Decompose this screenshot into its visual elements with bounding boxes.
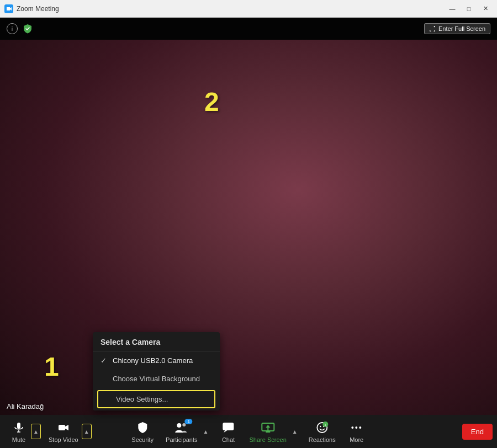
camera-option-virtual-bg-label: Choose Virtual Background [113, 375, 200, 383]
end-button[interactable]: End [462, 424, 493, 440]
security-icon-wrap [135, 420, 150, 435]
camera-menu: Select a Camera ✓ Chicony USB2.0 Camera … [93, 332, 220, 410]
svg-point-8 [177, 423, 182, 428]
svg-point-17 [320, 426, 321, 427]
top-overlay-left: i [7, 23, 33, 34]
zoom-icon [4, 4, 13, 13]
share-screen-icon-wrap [260, 420, 276, 435]
chat-icon [222, 422, 235, 434]
security-button[interactable]: Security [126, 418, 159, 445]
svg-marker-1 [7, 7, 10, 10]
fullscreen-label: Enter Full Screen [438, 25, 485, 32]
maximize-button[interactable]: □ [462, 3, 476, 14]
camera-option-virtual-bg[interactable]: Choose Virtual Background [93, 370, 220, 388]
video-chevron[interactable]: ▲ [82, 424, 92, 439]
reactions-button[interactable]: + Reactions [303, 418, 341, 445]
camera-menu-title: Select a Camera [93, 332, 220, 351]
svg-rect-3 [17, 423, 20, 429]
participants-icon-wrap: 1 [174, 420, 189, 435]
camera-option-chicony-label: Chicony USB2.0 Camera [113, 356, 193, 365]
svg-marker-11 [224, 430, 228, 433]
reactions-icon-wrap: + [314, 420, 330, 435]
toolbar: Mute ▲ Stop Video ▲ Security [0, 415, 497, 448]
svg-marker-7 [65, 425, 68, 430]
svg-marker-14 [266, 425, 270, 428]
shield-icon[interactable] [22, 23, 33, 34]
chat-icon-wrap [221, 420, 236, 435]
share-screen-icon [261, 422, 275, 434]
svg-point-21 [352, 426, 354, 429]
mute-button[interactable]: Mute [4, 418, 33, 445]
title-bar-left: Zoom Meeting [4, 4, 59, 13]
reactions-label: Reactions [309, 436, 336, 443]
security-icon [136, 421, 149, 434]
more-icon [350, 422, 363, 434]
video-area [0, 40, 497, 415]
stop-video-icon-wrap [56, 420, 71, 435]
toolbar-center: Security 1 Participants ▲ [126, 418, 371, 445]
camera-option-chicony[interactable]: ✓ Chicony USB2.0 Camera [93, 351, 220, 370]
title-bar-controls: — □ ✕ [445, 3, 493, 14]
camera-option-video-settings[interactable]: Video Settings... [97, 390, 215, 408]
svg-point-22 [356, 426, 358, 429]
share-chevron[interactable]: ▲ [290, 424, 300, 439]
svg-rect-6 [59, 425, 65, 430]
reactions-icon: + [315, 421, 329, 434]
annotation-2: 2 [204, 87, 219, 117]
title-bar: Zoom Meeting — □ ✕ [0, 0, 497, 18]
fullscreen-button[interactable]: Enter Full Screen [424, 23, 490, 34]
participant-name: Ali Karadağ [7, 402, 44, 410]
participants-button[interactable]: 1 Participants [160, 418, 203, 445]
check-icon: ✓ [101, 356, 108, 365]
mute-icon [13, 422, 25, 434]
chat-label: Chat [222, 436, 235, 443]
camera-option-video-settings-label: Video Settings... [116, 395, 168, 403]
svg-text:+: + [324, 423, 326, 427]
security-label: Security [131, 436, 154, 443]
annotation-1: 1 [44, 351, 59, 382]
info-icon[interactable]: i [7, 23, 18, 34]
mute-chevron[interactable]: ▲ [31, 424, 41, 439]
chat-button[interactable]: Chat [214, 418, 243, 445]
stop-video-button[interactable]: Stop Video [43, 418, 84, 445]
more-button[interactable]: More [342, 418, 371, 445]
svg-rect-10 [223, 423, 234, 430]
svg-point-23 [359, 426, 362, 429]
participants-chevron[interactable]: ▲ [201, 424, 211, 439]
top-overlay: i Enter Full Screen [0, 18, 497, 40]
window-title: Zoom Meeting [17, 5, 59, 13]
toolbar-left: Mute ▲ Stop Video ▲ [4, 418, 94, 445]
close-button[interactable]: ✕ [478, 3, 493, 14]
participants-label: Participants [166, 436, 197, 443]
more-label: More [350, 436, 363, 443]
minimize-button[interactable]: — [445, 3, 459, 14]
share-screen-button[interactable]: Share Screen [244, 418, 292, 445]
mute-icon-wrap [11, 420, 27, 435]
mute-label: Mute [12, 436, 25, 443]
participants-badge: 1 [185, 419, 193, 424]
more-icon-wrap [349, 420, 364, 435]
share-screen-label: Share Screen [250, 436, 287, 443]
video-camera-icon [57, 422, 70, 434]
stop-video-label: Stop Video [49, 436, 78, 443]
